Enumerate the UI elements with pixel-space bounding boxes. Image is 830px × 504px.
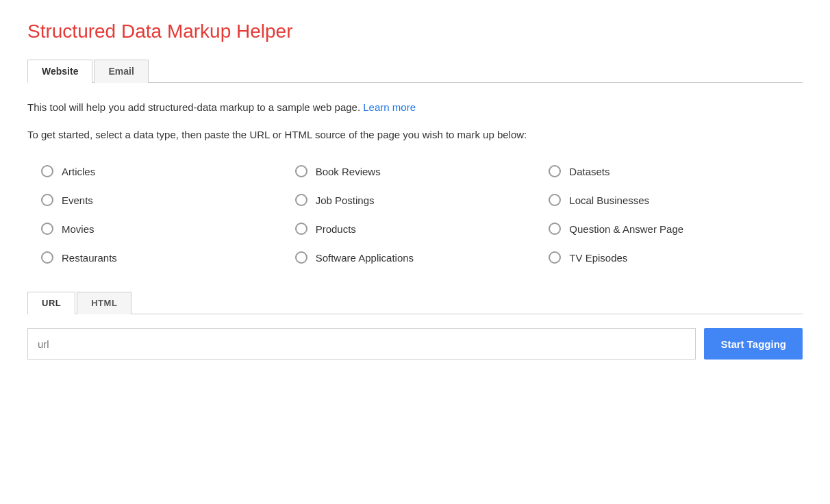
radio-events[interactable] xyxy=(41,194,53,206)
data-type-local-businesses[interactable]: Local Businesses xyxy=(549,194,803,206)
url-input[interactable] xyxy=(27,328,696,360)
radio-articles[interactable] xyxy=(41,165,53,177)
data-type-movies[interactable]: Movies xyxy=(41,223,295,235)
tab-website[interactable]: Website xyxy=(27,60,92,83)
description-text: This tool will help you add structured-d… xyxy=(27,99,803,116)
data-type-book-reviews[interactable]: Book Reviews xyxy=(295,165,549,177)
radio-movies[interactable] xyxy=(41,223,53,235)
page-title: Structured Data Markup Helper xyxy=(27,21,803,42)
main-tabs: Website Email xyxy=(27,59,803,83)
radio-book-reviews[interactable] xyxy=(295,165,307,177)
data-type-question-answer[interactable]: Question & Answer Page xyxy=(549,223,803,235)
radio-tv-episodes[interactable] xyxy=(549,251,561,264)
data-type-datasets[interactable]: Datasets xyxy=(549,165,803,177)
radio-local-businesses[interactable] xyxy=(549,194,561,206)
data-type-job-postings[interactable]: Job Postings xyxy=(295,194,549,206)
radio-datasets[interactable] xyxy=(549,165,561,177)
instruction-text: To get started, select a data type, then… xyxy=(27,127,803,143)
data-type-products[interactable]: Products xyxy=(295,223,549,235)
data-type-articles[interactable]: Articles xyxy=(41,165,295,177)
data-type-tv-episodes[interactable]: TV Episodes xyxy=(549,251,803,264)
input-tabs: URL HTML xyxy=(27,291,803,314)
input-tab-html[interactable]: HTML xyxy=(77,292,131,314)
data-type-restaurants[interactable]: Restaurants xyxy=(41,251,295,264)
url-row: Start Tagging xyxy=(27,328,803,360)
start-tagging-button[interactable]: Start Tagging xyxy=(704,328,803,360)
radio-job-postings[interactable] xyxy=(295,194,307,206)
learn-more-link[interactable]: Learn more xyxy=(363,101,416,113)
radio-products[interactable] xyxy=(295,223,307,235)
radio-restaurants[interactable] xyxy=(41,251,53,264)
data-type-software-applications[interactable]: Software Applications xyxy=(295,251,549,264)
radio-software-applications[interactable] xyxy=(295,251,307,264)
radio-question-answer[interactable] xyxy=(549,223,561,235)
input-tab-url[interactable]: URL xyxy=(27,292,75,314)
data-type-events[interactable]: Events xyxy=(41,194,295,206)
tab-email[interactable]: Email xyxy=(94,60,148,83)
data-types-grid: Articles Book Reviews Datasets Events Jo… xyxy=(27,165,803,264)
